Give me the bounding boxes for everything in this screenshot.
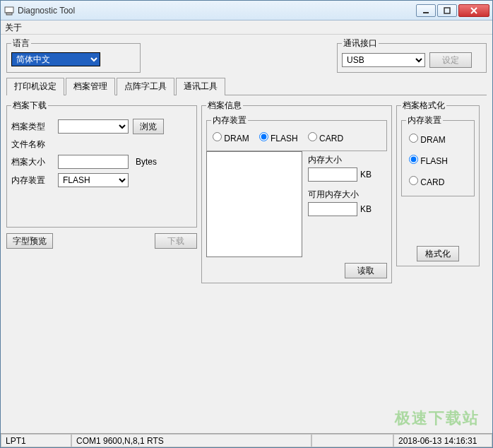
file-download-group: 档案下载 档案类型 浏览 文件名称 档案大小 Bytes	[6, 100, 197, 228]
file-info-legend: 档案信息	[206, 100, 243, 112]
comm-select[interactable]: USB	[342, 53, 425, 67]
file-listbox[interactable]	[206, 151, 302, 257]
maximize-button[interactable]	[437, 4, 457, 17]
status-spacer	[311, 434, 393, 447]
memfree-field[interactable]	[308, 202, 357, 216]
language-legend: 语言	[11, 37, 31, 49]
file-format-mem-legend: 内存装置	[406, 114, 443, 126]
status-com: COM1 9600,N,8,1 RTS	[71, 434, 311, 447]
file-format-legend: 档案格式化	[401, 100, 446, 112]
app-icon	[4, 5, 15, 16]
filetype-select[interactable]	[58, 119, 129, 134]
content-area: 语言 简体中文 通讯接口 USB 设定 打印机设定 档案管理 点阵字工具 通讯工…	[1, 35, 492, 283]
file-info-mem-group: 内存装置 DRAM FLASH CARD	[206, 114, 387, 151]
radio-flash[interactable]: FLASH	[259, 132, 298, 143]
filesize-field[interactable]	[58, 155, 129, 169]
file-download-legend: 档案下载	[11, 100, 48, 112]
app-window: Diagnostic Tool 关于 语言 简体中文 通讯接口 USB	[0, 0, 493, 448]
watermark: 极速下载站	[395, 408, 480, 429]
svg-rect-3	[444, 8, 450, 13]
fmt-radio-flash[interactable]: FLASH	[409, 155, 467, 166]
memfree-label: 可用内存大小	[308, 189, 387, 201]
memsize-unit: KB	[360, 170, 372, 179]
minimize-button[interactable]	[416, 4, 436, 17]
svg-rect-1	[6, 13, 12, 15]
tab-file-management[interactable]: 档案管理	[66, 78, 115, 95]
language-select[interactable]: 简体中文	[11, 52, 100, 66]
file-format-group: 档案格式化 内存装置 DRAM FLASH CARD 格式化	[396, 100, 480, 266]
window-title: Diagnostic Tool	[18, 6, 416, 16]
fmt-radio-dram[interactable]: DRAM	[409, 134, 467, 145]
file-format-mem-group: 内存装置 DRAM FLASH CARD	[401, 114, 475, 196]
file-info-group: 档案信息 内存装置 DRAM FLASH CARD 内存大小	[201, 100, 392, 283]
menubar: 关于	[1, 20, 492, 35]
comm-set-button[interactable]: 设定	[429, 52, 472, 68]
filesize-label: 档案大小	[11, 156, 54, 168]
tabstrip: 打印机设定 档案管理 点阵字工具 通讯工具	[6, 77, 487, 95]
font-preview-button[interactable]: 字型预览	[6, 233, 53, 249]
close-button[interactable]	[458, 4, 489, 17]
memdev-select[interactable]: FLASH	[58, 173, 129, 187]
memdev-label: 内存装置	[11, 175, 54, 187]
file-info-mem-legend: 内存装置	[211, 114, 248, 126]
comm-legend: 通讯接口	[342, 37, 379, 49]
memsize-label: 内存大小	[308, 154, 387, 166]
titlebar: Diagnostic Tool	[1, 1, 492, 20]
radio-dram[interactable]: DRAM	[213, 132, 249, 143]
filesize-unit: Bytes	[136, 157, 157, 167]
filetype-label: 档案类型	[11, 121, 54, 133]
memsize-field[interactable]	[308, 167, 357, 182]
svg-rect-0	[5, 7, 13, 13]
fmt-radio-card[interactable]: CARD	[409, 176, 467, 187]
read-button[interactable]: 读取	[345, 263, 387, 278]
tab-bitmap-font-tool[interactable]: 点阵字工具	[117, 78, 174, 95]
status-port: LPT1	[1, 434, 71, 447]
status-datetime: 2018-06-13 14:16:31	[393, 434, 492, 447]
menu-about[interactable]: 关于	[5, 23, 22, 33]
tab-body: 档案下载 档案类型 浏览 文件名称 档案大小 Bytes	[6, 95, 487, 283]
filename-label: 文件名称	[11, 138, 54, 151]
radio-card[interactable]: CARD	[308, 132, 343, 143]
statusbar: LPT1 COM1 9600,N,8,1 RTS 2018-06-13 14:1…	[1, 433, 492, 447]
window-buttons	[416, 4, 489, 17]
format-button[interactable]: 格式化	[417, 246, 459, 261]
memfree-unit: KB	[360, 204, 372, 214]
browse-button[interactable]: 浏览	[133, 119, 164, 134]
comm-group: 通讯接口 USB 设定	[337, 37, 487, 73]
download-button[interactable]: 下载	[155, 233, 197, 249]
language-group: 语言 简体中文	[6, 37, 141, 73]
tab-printer-settings[interactable]: 打印机设定	[6, 78, 64, 95]
tab-comm-tool[interactable]: 通讯工具	[176, 78, 225, 95]
